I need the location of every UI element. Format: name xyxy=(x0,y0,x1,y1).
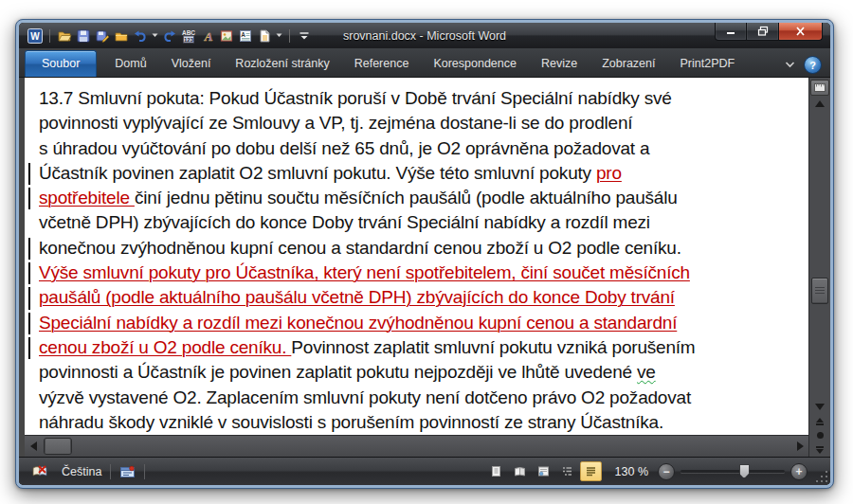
zoom-out-button[interactable]: − xyxy=(658,463,675,480)
minimize-ribbon-chevron-icon[interactable] xyxy=(785,62,795,68)
body-text: výzvě vystavené O2. Zaplacením smluvní p… xyxy=(39,387,691,407)
view-shortcuts xyxy=(485,461,602,481)
tab-korespondence[interactable]: Korespondence xyxy=(421,51,529,77)
document-page[interactable]: 13.7 Smluvní pokuta: Pokud Účastník poru… xyxy=(25,78,808,435)
next-page-icon[interactable] xyxy=(809,442,830,457)
svg-text:A: A xyxy=(204,29,213,44)
redo-icon[interactable] xyxy=(161,27,178,45)
tab-vlozeni[interactable]: Vložení xyxy=(159,51,224,77)
inserted-text: paušálů (podle aktuálního paušálu včetně… xyxy=(39,287,675,307)
horizontal-scroll-thumb[interactable] xyxy=(44,438,72,455)
tabbar-right-controls: ? xyxy=(785,56,822,74)
outline-view-button[interactable] xyxy=(556,461,578,481)
close-button[interactable] xyxy=(778,23,823,41)
undo-icon[interactable] xyxy=(132,27,149,45)
change-bar xyxy=(28,163,30,185)
inserted-text: cenou zboží u O2 podle ceníku. xyxy=(39,337,291,357)
zoom-level[interactable]: 130 % xyxy=(604,465,656,478)
save-as-icon[interactable] xyxy=(94,27,111,45)
text-line: výzvě vystavené O2. Zaplacením smluvní p… xyxy=(39,386,808,410)
tab-rozlozeni-stranky[interactable]: Rozložení stránky xyxy=(223,51,341,77)
print-layout-view-button[interactable] xyxy=(485,461,507,481)
draft-view-button[interactable] xyxy=(580,461,602,481)
text-line: včetně DPH) zbývajících do konce Doby tr… xyxy=(39,210,808,235)
word-window: srovnani.docx - Microsoft Word WABC123AA xyxy=(15,19,834,489)
document-area: 13.7 Smluvní pokuta: Pokud Účastník poru… xyxy=(19,78,830,457)
new-document-dropdown-icon[interactable] xyxy=(275,27,283,45)
new-folder-icon[interactable] xyxy=(113,27,130,45)
svg-text:ABC: ABC xyxy=(182,29,195,36)
statusbar-separator xyxy=(144,464,145,479)
tab-print2pdf[interactable]: Print2PDF xyxy=(667,51,747,77)
title-bar[interactable]: srovnani.docx - Microsoft Word WABC123AA xyxy=(19,23,830,48)
text-line: povinnosti a Účastník je povinen zaplati… xyxy=(39,360,808,385)
scroll-up-icon[interactable] xyxy=(809,96,830,111)
svg-text:123: 123 xyxy=(184,36,194,42)
vertical-scroll-thumb[interactable] xyxy=(811,278,828,304)
undo-dropdown-icon[interactable] xyxy=(151,27,159,45)
body-text: činí jednu pětinu součtu měsíčních paušá… xyxy=(135,188,678,207)
fullscreen-reading-view-button[interactable] xyxy=(509,461,531,481)
spelling-number-icon[interactable]: ABC123 xyxy=(180,27,197,45)
maximize-button[interactable] xyxy=(747,23,778,41)
translate-icon[interactable]: A xyxy=(199,27,216,45)
text-line: povinnosti vyplývající ze Smlouvy a VP, … xyxy=(39,111,808,135)
change-bar xyxy=(28,188,30,209)
tab-reference[interactable]: Reference xyxy=(342,51,422,77)
view-ruler-icon[interactable] xyxy=(810,80,829,96)
minimize-button[interactable] xyxy=(715,23,747,41)
tab-revize[interactable]: Revize xyxy=(529,51,590,77)
body-text: povinnosti a Účastník je povinen zaplati… xyxy=(39,362,637,382)
help-icon[interactable]: ? xyxy=(804,56,822,74)
previous-page-icon[interactable] xyxy=(809,414,830,428)
scroll-down-icon[interactable] xyxy=(809,399,830,414)
qat-separator xyxy=(49,29,50,43)
ribbon-tab-bar: SouborDomůVloženíRozložení stránkyRefere… xyxy=(19,48,830,78)
body-text: včetně DPH) zbývajících do konce Doby tr… xyxy=(39,212,650,232)
new-document-icon[interactable] xyxy=(256,27,273,45)
autotext-icon[interactable]: A xyxy=(237,27,254,45)
word-app-icon[interactable]: W xyxy=(27,27,44,45)
tab-soubor[interactable]: Soubor xyxy=(25,50,97,77)
select-browse-object-icon[interactable] xyxy=(809,428,830,442)
proofing-errors-icon[interactable] xyxy=(25,458,55,485)
change-bar xyxy=(28,262,30,284)
close-icon xyxy=(795,27,806,36)
statusbar-separator xyxy=(110,464,111,479)
tab-zobrazeni[interactable]: Zobrazení xyxy=(590,51,667,77)
grammar-flagged-text: ve xyxy=(637,362,656,382)
resize-grip[interactable] xyxy=(814,469,827,482)
language-status[interactable]: Čeština xyxy=(55,458,108,485)
scroll-right-icon[interactable] xyxy=(793,440,807,453)
svg-text:A: A xyxy=(241,30,245,37)
status-bar: Čeština 130 % − + xyxy=(19,457,830,485)
text-line: náhradu škody vzniklé v souvislosti s po… xyxy=(39,410,808,435)
horizontal-scrollbar[interactable] xyxy=(25,435,808,457)
qat-separator xyxy=(289,29,290,43)
text-line: Účastník povinen zaplatit O2 smluvní pok… xyxy=(39,161,808,186)
qat-customize-icon[interactable] xyxy=(296,27,313,45)
text-line: konečnou zvýhodněnou kupní cenou a stand… xyxy=(39,236,808,261)
open-icon[interactable] xyxy=(56,27,73,45)
vertical-scrollbar[interactable] xyxy=(808,78,830,457)
body-text: Účastník povinen zaplatit O2 smluvní pok… xyxy=(39,163,596,183)
text-line: Výše smluvní pokuty pro Účastníka, který… xyxy=(39,261,808,285)
scroll-left-icon[interactable] xyxy=(27,440,40,453)
track-changes-icon[interactable] xyxy=(113,458,142,485)
zoom-slider-thumb[interactable] xyxy=(739,464,750,478)
body-text: náhradu škody vzniklé v souvislosti s po… xyxy=(39,412,663,432)
inserted-text: spotřebitele xyxy=(39,188,135,207)
text-line: Speciální nabídky a rozdíl mezi konečnou… xyxy=(39,311,808,335)
zoom-slider[interactable] xyxy=(681,470,785,473)
tab-domu[interactable]: Domů xyxy=(102,51,158,77)
picture-icon[interactable] xyxy=(218,27,235,45)
change-bar xyxy=(28,313,30,334)
vertical-scroll-track[interactable] xyxy=(809,111,830,399)
statusbar-right: 130 % − + xyxy=(485,461,825,481)
web-layout-view-button[interactable] xyxy=(533,461,554,481)
zoom-in-button[interactable]: + xyxy=(790,463,808,480)
window-body: srovnani.docx - Microsoft Word WABC123AA xyxy=(19,23,830,485)
text-line: s úhradou vyúčtování po dobu delší než 6… xyxy=(39,136,808,161)
save-icon[interactable] xyxy=(75,27,92,45)
text-line: cenou zboží u O2 podle ceníku. Povinnost… xyxy=(39,335,808,360)
